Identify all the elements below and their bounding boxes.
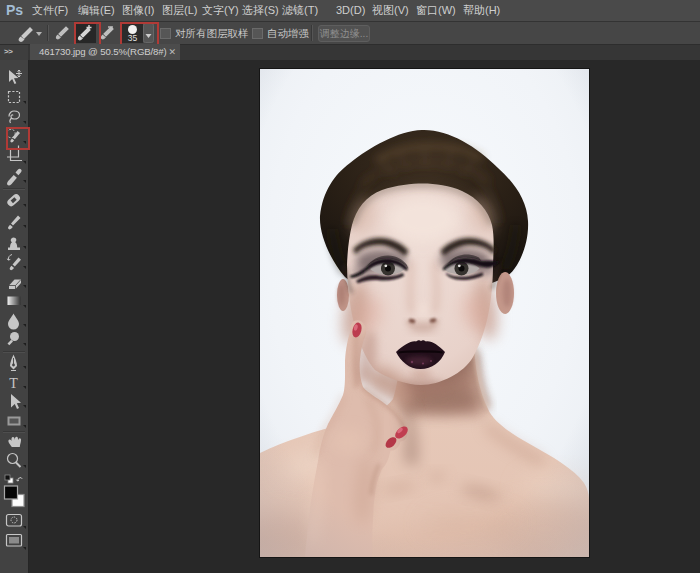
svg-text:T: T — [9, 376, 18, 391]
